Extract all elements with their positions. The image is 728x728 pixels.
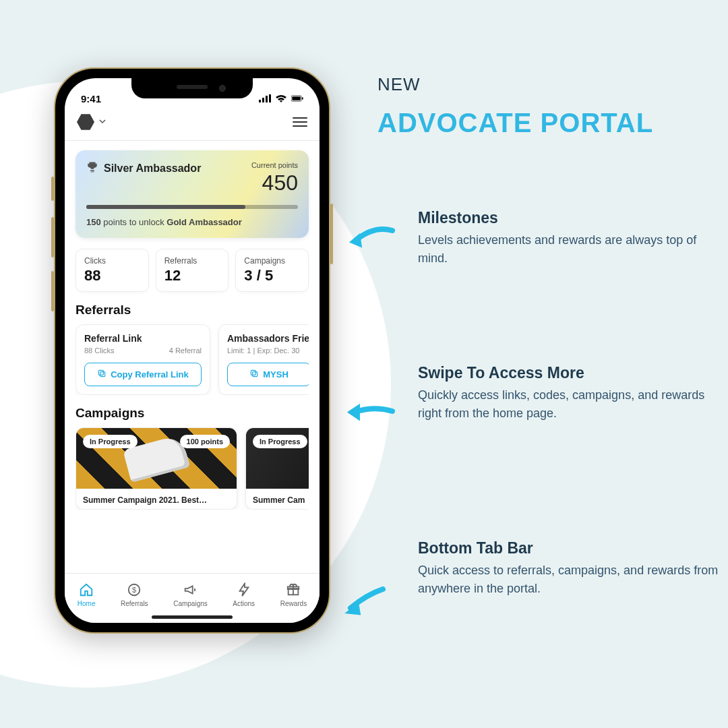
svg-rect-2 xyxy=(266,96,268,102)
tab-referrals[interactable]: $ Referrals xyxy=(121,582,148,607)
points-chip: 100 points xyxy=(180,435,230,448)
promo-headline: ADVOCATE PORTAL xyxy=(377,108,688,138)
tab-rewards[interactable]: Rewards xyxy=(280,582,307,607)
annotation-tabbar: Bottom Tab Bar Quick access to referrals… xyxy=(418,539,728,598)
phone-frame: 9:41 Silver Ambassador xyxy=(54,67,330,634)
stat-value: 12 xyxy=(164,267,220,284)
gift-icon xyxy=(286,582,301,599)
annotation-title: Bottom Tab Bar xyxy=(418,539,728,557)
section-title-referrals: Referrals xyxy=(75,303,309,317)
copy-icon xyxy=(97,369,107,380)
referral-card-title: Ambassadors Frie xyxy=(227,333,309,344)
status-chip: In Progress xyxy=(83,435,138,448)
promo-badge: NEW xyxy=(377,74,688,95)
annotation-title: Swipe To Access More xyxy=(418,364,728,382)
annotation-desc: Quick access to referrals, campaigns, an… xyxy=(418,562,728,598)
stat-label: Campaigns xyxy=(244,256,300,266)
annotation-milestones: Milestones Levels achievements and rewar… xyxy=(418,209,728,268)
campaign-card[interactable]: In Progress Summer Cam xyxy=(245,427,309,510)
annotation-title: Milestones xyxy=(418,209,728,227)
wifi-icon xyxy=(275,93,287,104)
arrow-icon xyxy=(344,216,398,259)
section-title-campaigns: Campaigns xyxy=(75,406,309,421)
referral-card[interactable]: Referral Link 88 Clicks4 Referral Copy R… xyxy=(75,324,210,395)
status-chip: In Progress xyxy=(253,435,307,448)
referrals-scroller[interactable]: Referral Link 88 Clicks4 Referral Copy R… xyxy=(75,324,309,395)
svg-rect-9 xyxy=(253,372,257,377)
referral-card[interactable]: Ambassadors Frie Limit: 1 | Exp: Dec. 30… xyxy=(218,324,309,395)
arrow-icon xyxy=(337,580,391,623)
home-icon xyxy=(79,582,94,599)
svg-rect-7 xyxy=(100,372,105,377)
dollar-icon: $ xyxy=(127,582,142,599)
brand-logo-icon xyxy=(77,113,94,131)
annotation-swipe: Swipe To Access More Quickly access link… xyxy=(418,364,728,423)
current-points-label: Current points xyxy=(251,161,298,169)
referral-sub: 4 Referral xyxy=(169,346,202,355)
stat-label: Referrals xyxy=(164,256,220,266)
milestone-next: 150 points to unlock Gold Ambassador xyxy=(86,217,298,227)
campaign-title: Summer Cam xyxy=(246,489,309,509)
svg-rect-6 xyxy=(302,97,303,99)
referral-sub: 88 Clicks xyxy=(84,346,115,355)
arrow-icon xyxy=(344,391,398,434)
trophy-icon xyxy=(86,161,98,176)
copy-icon xyxy=(249,369,259,380)
tab-home[interactable]: Home xyxy=(78,582,96,607)
milestone-card[interactable]: Silver Ambassador Current points 450 150… xyxy=(75,150,309,238)
stat-referrals[interactable]: Referrals 12 xyxy=(156,249,229,292)
battery-icon xyxy=(291,93,303,104)
brand-dropdown[interactable] xyxy=(77,113,107,131)
tab-campaigns[interactable]: Campaigns xyxy=(173,582,208,607)
copy-referral-button[interactable]: Copy Referral Link xyxy=(84,363,202,386)
bolt-icon xyxy=(237,582,251,599)
svg-text:$: $ xyxy=(132,586,136,594)
svg-rect-8 xyxy=(99,370,104,375)
svg-rect-10 xyxy=(251,370,256,375)
status-time: 9:41 xyxy=(81,93,101,104)
campaign-card[interactable]: In Progress 100 points Summer Campaign 2… xyxy=(75,427,237,510)
current-points-value: 450 xyxy=(251,171,298,195)
megaphone-icon xyxy=(183,582,198,599)
home-indicator xyxy=(152,615,233,619)
referral-card-title: Referral Link xyxy=(84,333,202,344)
svg-rect-3 xyxy=(269,94,271,102)
tab-bar: Home $ Referrals Campaigns Actions Rewar… xyxy=(65,573,320,623)
svg-rect-1 xyxy=(262,98,264,102)
milestone-tier: Silver Ambassador xyxy=(104,162,201,175)
stat-campaigns[interactable]: Campaigns 3 / 5 xyxy=(235,249,309,292)
campaigns-scroller[interactable]: In Progress 100 points Summer Campaign 2… xyxy=(75,427,309,510)
signal-icon xyxy=(259,93,271,104)
milestone-progress xyxy=(86,205,298,209)
stat-label: Clicks xyxy=(84,256,140,266)
svg-rect-0 xyxy=(259,100,261,102)
referral-sub: Limit: 1 | Exp: Dec. 30 xyxy=(227,346,299,355)
campaign-title: Summer Campaign 2021. Best… xyxy=(76,489,237,509)
menu-button[interactable] xyxy=(293,117,307,127)
stat-value: 88 xyxy=(84,267,140,284)
annotation-desc: Quickly access links, codes, campaigns, … xyxy=(418,386,728,423)
annotation-desc: Levels achievements and rewards are alwa… xyxy=(418,231,728,268)
chevron-down-icon xyxy=(98,116,107,128)
stat-clicks[interactable]: Clicks 88 xyxy=(75,249,149,292)
tab-actions[interactable]: Actions xyxy=(233,582,255,607)
stat-value: 3 / 5 xyxy=(244,267,300,284)
referral-code-button[interactable]: MYSH xyxy=(227,363,309,386)
svg-rect-5 xyxy=(292,96,300,100)
